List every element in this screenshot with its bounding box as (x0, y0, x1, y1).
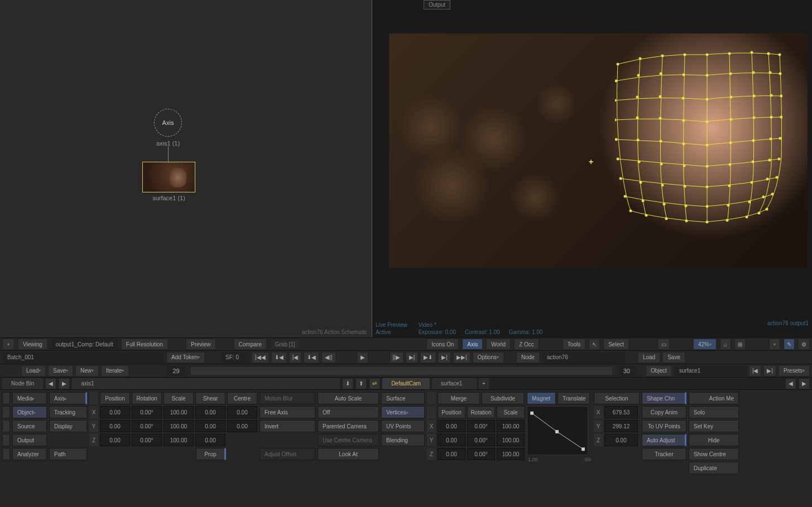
magnet-button[interactable]: Magnet (527, 392, 556, 404)
surf-scale-header[interactable]: Scale (497, 406, 525, 418)
shape-chn-button[interactable]: Shape Chn (642, 392, 686, 404)
grab-button[interactable]: Grab [1] (270, 339, 300, 350)
vertices-button[interactable]: Vertices (381, 406, 425, 418)
current-frame[interactable]: 29 (167, 365, 185, 376)
icons-on-button[interactable]: Icons On (426, 339, 459, 350)
node-bin-tab[interactable]: Node Bin (2, 378, 43, 389)
duplicate-button[interactable]: Duplicate (689, 462, 739, 474)
subdivide-button[interactable]: Subdivide (482, 392, 524, 404)
new-dropdown[interactable]: New (75, 365, 99, 376)
surf-pos-x[interactable]: 0.00 (438, 420, 465, 432)
add-token-dropdown[interactable]: Add Token (166, 352, 205, 363)
add-tab-button[interactable]: + (479, 378, 489, 389)
axis-node-circle[interactable]: Axis (154, 109, 182, 137)
z-occ-button[interactable]: Z Occ (514, 339, 539, 350)
rot-z[interactable]: 0.00° (132, 434, 162, 446)
output-button[interactable]: Output (12, 434, 47, 446)
source-button[interactable]: Source (12, 420, 47, 432)
tracker-button[interactable]: Tracker (642, 448, 686, 460)
parented-camera-button[interactable]: Parented Camera (318, 420, 379, 432)
scale-x[interactable]: 100.00 (164, 406, 194, 418)
layout-icon[interactable]: ▭ (658, 339, 670, 350)
next-obj-icon[interactable]: ▶| (763, 365, 776, 376)
pos-z[interactable]: 0.00 (100, 434, 130, 446)
surf-rot-z[interactable]: 0.00° (467, 448, 495, 460)
play-icon[interactable]: ▶ (357, 352, 368, 363)
prop-button[interactable]: Prop (196, 448, 226, 460)
batch-name-field[interactable]: Batch_001 (2, 352, 164, 363)
pos-y[interactable]: 0.00 (100, 420, 130, 432)
fit-icon[interactable]: ⊞ (734, 339, 746, 350)
magnet-curve-editor[interactable] (527, 406, 588, 455)
surf-position-header[interactable]: Position (438, 406, 465, 418)
tabs-scroll-left-icon[interactable]: ◀ (785, 378, 796, 389)
tabs-scroll-right-icon[interactable]: ▶ (799, 378, 810, 389)
look-at-button[interactable]: Look At (318, 448, 379, 460)
use-centre-camera-button[interactable]: Use Centre Camera (318, 434, 379, 446)
adjust-offset-button[interactable]: Adjust Offset (260, 448, 315, 460)
vertex-x[interactable]: 679.53 (604, 406, 638, 418)
uv-points-button[interactable]: UV Points (381, 420, 425, 432)
side-toggle-2[interactable] (2, 406, 10, 418)
schematic-panel[interactable]: Axis axis1 (1) surface1 (1) action76 Act… (0, 0, 372, 337)
shear-z[interactable]: 0.00 (195, 434, 225, 446)
play-fwd-icon[interactable]: ||▶ (390, 352, 403, 363)
surf-pos-y[interactable]: 0.00 (438, 434, 465, 446)
tab-next-icon[interactable]: ▶ (59, 378, 70, 389)
step-fwd-icon[interactable]: ▶| (406, 352, 419, 363)
side-toggle-4[interactable] (2, 434, 10, 446)
scale-y[interactable]: 100.00 (164, 420, 194, 432)
viewer-image[interactable]: + (389, 33, 808, 268)
surf-pos-z[interactable]: 0.00 (438, 448, 465, 460)
solo-button[interactable]: Solo (689, 406, 739, 418)
prev-key-icon[interactable]: |◀ (289, 352, 302, 363)
viewing-button[interactable]: Viewing (18, 339, 47, 350)
rot-x[interactable]: 0.00° (132, 406, 162, 418)
go-key-prev-icon[interactable]: ⬇◀ (271, 352, 287, 363)
cursor-tool-icon[interactable]: ↖ (589, 339, 600, 350)
preview-button[interactable]: Preview (186, 339, 216, 350)
shear-header[interactable]: Shear (195, 392, 225, 404)
eyedropper-icon[interactable]: ✎ (784, 339, 795, 350)
centre-y[interactable]: 0.00 (227, 420, 257, 432)
presets-dropdown[interactable]: Presets (779, 365, 810, 376)
media-button[interactable]: Media (12, 392, 47, 404)
to-uv-points-button[interactable]: To UV Points (642, 420, 686, 432)
scale-z[interactable]: 100.00 (164, 434, 194, 446)
pin-icon[interactable]: ⬆ (355, 378, 367, 389)
mesh-warp-overlay[interactable] (615, 50, 782, 226)
surface-node-thumbnail[interactable] (142, 162, 195, 192)
surf-scale-z[interactable]: 100.00 (497, 448, 525, 460)
hide-button[interactable]: Hide (689, 434, 739, 446)
go-key-next-icon[interactable]: ▶| (438, 352, 451, 363)
zoom-dropdown[interactable]: 42% (693, 339, 717, 350)
axis-toggle[interactable]: Axis (462, 339, 483, 350)
surf-scale-y[interactable]: 100.00 (497, 434, 525, 446)
select-tool[interactable]: Select (603, 339, 629, 350)
path-menu[interactable]: Path (49, 448, 87, 460)
scale-header[interactable]: Scale (164, 392, 194, 404)
analyzer-button[interactable]: Analyzer (12, 448, 47, 460)
surf-rot-y[interactable]: 0.00° (467, 434, 495, 446)
selection-button[interactable]: Selection (594, 392, 640, 404)
prev-obj-icon[interactable]: |◀ (749, 365, 762, 376)
timeline-slider[interactable] (191, 367, 612, 375)
home-icon[interactable]: ⌂ (720, 339, 731, 350)
centre-header[interactable]: Centre (227, 392, 257, 404)
rot-y[interactable]: 0.00° (132, 420, 162, 432)
side-toggle-1[interactable] (2, 392, 10, 404)
display-menu[interactable]: Display (49, 420, 87, 432)
shear-y[interactable]: 0.00 (195, 420, 225, 432)
merge-button[interactable]: Merge (438, 392, 480, 404)
toolbar-dropdown-left[interactable] (2, 339, 15, 350)
tracking-menu[interactable]: Tracking (49, 406, 87, 418)
position-header[interactable]: Position (100, 392, 130, 404)
iterate-dropdown[interactable]: Iterate (101, 365, 129, 376)
defaultcam-tab[interactable]: DefaultCam (382, 378, 430, 389)
invert-button[interactable]: Invert (260, 420, 315, 432)
step-back-icon[interactable]: ⬇◀ (304, 352, 319, 363)
surf-scale-x[interactable]: 100.00 (497, 420, 525, 432)
start-frame-field[interactable]: SF: 0 (220, 352, 249, 363)
settings-icon[interactable]: ⚙ (798, 339, 810, 350)
options-dropdown-icon[interactable] (769, 339, 780, 350)
